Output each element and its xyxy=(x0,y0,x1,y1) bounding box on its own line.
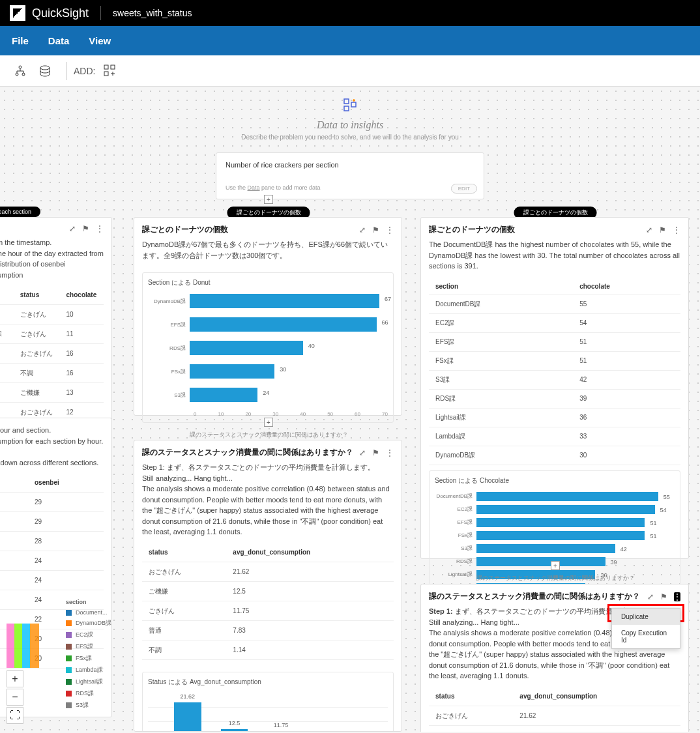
flag-icon[interactable]: ⚑ xyxy=(82,224,89,233)
text-line: breakdown across different sections. xyxy=(0,457,104,468)
tool-bar: ADD: xyxy=(0,55,700,87)
svg-rect-8 xyxy=(344,106,349,111)
menu-duplicate[interactable]: Duplicate xyxy=(612,609,680,625)
link-text[interactable]: 課のステータスとスナック消費量の間に関係はありますか？ xyxy=(476,574,635,582)
analysis-text: The DocumentDB課 has the highest number o… xyxy=(421,239,688,278)
chart-title: Section による Donut xyxy=(148,278,388,287)
connector-plus[interactable]: + xyxy=(264,418,273,427)
card-title: 課のステータスとスナック消費量の間に関係はありますか？ xyxy=(142,447,353,458)
context-menu: Duplicate Copy Execution Id xyxy=(611,608,680,649)
expand-icon[interactable]: ⤢ xyxy=(359,225,366,235)
zoom-in-button[interactable]: + xyxy=(7,670,23,687)
tab-left[interactable]: r each section xyxy=(0,207,40,217)
text-line: ach hour and section. xyxy=(0,425,104,436)
svg-rect-5 xyxy=(104,72,108,76)
divider xyxy=(66,62,67,80)
analysis-text: DynamoDB課が67個で最も多くのドーナツを持ち、EFS課が66個で続いてい… xyxy=(134,239,401,267)
flag-icon[interactable]: ⚑ xyxy=(372,225,379,235)
menu-bar: File Data View xyxy=(0,26,700,55)
dataset-name[interactable]: sweets_with_status xyxy=(113,8,192,18)
svg-point-1 xyxy=(16,73,18,76)
svg-rect-9 xyxy=(351,102,356,107)
minimap: + − ⛶ xyxy=(7,624,39,725)
flag-icon[interactable]: ⚑ xyxy=(372,448,379,457)
analysis-text: The analysis shows a moderate positive c… xyxy=(142,483,394,538)
more-icon[interactable]: ⋮ xyxy=(386,225,394,235)
chart-title: Status による Avg_donut_consumption xyxy=(148,678,388,687)
svg-point-3 xyxy=(40,66,50,70)
expand-icon[interactable]: ⤢ xyxy=(69,224,76,233)
connector-plus[interactable]: + xyxy=(264,195,273,204)
step-text: Step 1: まず、各ステータスごとのドーナツの平均消費量を計算します。 xyxy=(142,462,394,473)
col-choc: chocolate xyxy=(573,278,680,295)
add-block-icon[interactable] xyxy=(100,61,120,81)
svg-rect-7 xyxy=(344,99,349,104)
more-icon-selected[interactable]: ⋮ xyxy=(674,592,680,601)
insight-icon xyxy=(0,97,700,117)
prompt-text[interactable]: Number of rice crackers per section xyxy=(226,161,474,169)
database-icon[interactable] xyxy=(35,61,55,81)
text-line: ting the hour of the day extracted from xyxy=(0,248,104,259)
card-title: 課のステータスとスナック消費量の間に関係はありますか？ xyxy=(429,591,640,602)
col-avg: avg_donut_consumption xyxy=(226,543,394,562)
table-status-copy: statusavg_donut_consumption おごきげん21.62ご機… xyxy=(429,687,680,732)
text-line: urly distribution of osenbei consumption xyxy=(0,259,104,280)
text-line: n from the timestamp. xyxy=(0,237,104,248)
table-chocolate: sectionchocolate DocumentDB課55EC2課54EFS課… xyxy=(429,278,680,465)
insight-subtitle: Describe the problem you need to solve, … xyxy=(0,134,700,141)
analyzing-text: Still analyzing... Hang tight... xyxy=(142,473,394,484)
flag-icon[interactable]: ⚑ xyxy=(660,592,667,601)
canvas[interactable]: Data to insights Describe the problem yo… xyxy=(0,87,700,732)
divider xyxy=(100,6,101,20)
zoom-out-button[interactable]: − xyxy=(7,689,23,706)
insight-header: Data to insights Describe the problem yo… xyxy=(0,87,700,146)
svg-point-2 xyxy=(22,73,25,76)
table-status: statusavg_donut_consumption おごきげん21.62ご機… xyxy=(142,543,394,660)
col-osenbei: osenbei xyxy=(0,473,104,493)
hint-link[interactable]: Data xyxy=(248,184,260,191)
prompt-hint: Use the Data pane to add more data xyxy=(226,184,474,191)
flag-icon[interactable]: ⚑ xyxy=(659,225,666,235)
connector-plus[interactable]: + xyxy=(551,561,560,570)
menu-copy-execution-id[interactable]: Copy Execution Id xyxy=(612,625,680,648)
prompt-box: Number of rice crackers per section Use … xyxy=(216,152,484,199)
card-mid-top: 課ごとのドーナツの個数 ⤢⚑⋮ DynamoDB課が67個で最も多くのドーナツを… xyxy=(134,217,402,416)
col-status: status xyxy=(14,285,60,305)
hint-pre: Use the xyxy=(226,184,248,191)
add-label: ADD: xyxy=(74,66,95,76)
insight-title: Data to insights xyxy=(0,119,700,131)
edit-button[interactable]: EDIT xyxy=(451,184,477,194)
expand-icon[interactable]: ⤢ xyxy=(359,448,366,457)
col-avg: avg_donut_consumption xyxy=(513,687,680,706)
fullscreen-button[interactable]: ⛶ xyxy=(7,707,23,724)
svg-rect-4 xyxy=(104,65,108,69)
minimap-canvas[interactable] xyxy=(7,624,39,668)
card-right-bottom: 課のステータスとスナック消費量の間に関係はありますか？ ⤢⚑⋮ Step 1: … xyxy=(420,584,689,732)
svg-rect-6 xyxy=(111,65,115,69)
col-status: status xyxy=(429,687,513,706)
quicksight-logo-icon xyxy=(10,5,25,21)
link-text[interactable]: 課のステータスとスナック消費量の間に関係はありますか？ xyxy=(190,431,348,439)
menu-view[interactable]: View xyxy=(89,35,111,46)
expand-icon[interactable]: ⤢ xyxy=(647,592,654,601)
col-status: status xyxy=(142,543,226,562)
more-icon[interactable]: ⋮ xyxy=(386,448,394,457)
menu-file[interactable]: File xyxy=(12,35,29,46)
legend: section Document...DynamoDB課EC2課EFS課FSx課… xyxy=(66,599,111,713)
more-icon[interactable]: ⋮ xyxy=(673,225,680,235)
card-mid-bottom: 課のステータスとスナック消費量の間に関係はありますか？ ⤢⚑⋮ Step 1: … xyxy=(134,440,402,732)
menu-data[interactable]: Data xyxy=(48,35,70,46)
svg-point-0 xyxy=(19,66,22,68)
col-choc: chocolate xyxy=(60,285,104,305)
more-icon[interactable]: ⋮ xyxy=(96,224,104,233)
chart-donut: Section による Donut DynamoDB課67EFS課66RDS課4… xyxy=(142,272,394,423)
brand-name: QuickSight xyxy=(32,7,89,20)
hierarchy-icon[interactable] xyxy=(10,61,30,81)
card-right-top: 課ごとのドーナツの個数 ⤢⚑⋮ The DocumentDB課 has the … xyxy=(420,217,689,559)
chart-title: Section による Chocolate xyxy=(435,476,675,485)
quicksight-logo: QuickSight xyxy=(10,5,89,21)
hint-post: pane to add more data xyxy=(260,184,321,191)
expand-icon[interactable]: ⤢ xyxy=(646,225,652,235)
card-title: 課ごとのドーナツの個数 xyxy=(429,224,515,235)
col-section: section xyxy=(429,278,573,295)
